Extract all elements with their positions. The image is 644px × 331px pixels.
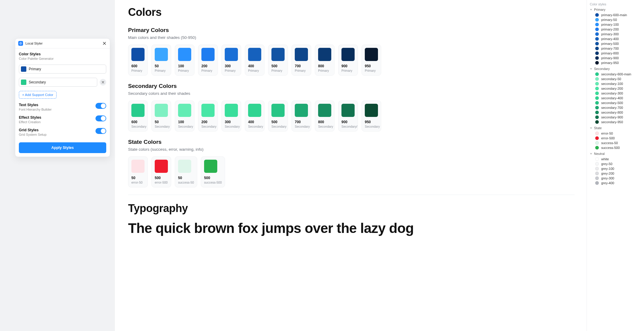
color-row-secondary <box>19 78 106 87</box>
color-swatch-card[interactable]: 900Primary <box>338 45 358 76</box>
color-swatch-icon[interactable] <box>21 80 26 85</box>
sidebar-style-item[interactable]: secondary-900 <box>590 115 641 120</box>
color-chip <box>155 104 168 117</box>
panel-title: Local Styler <box>25 42 42 45</box>
color-chip <box>318 104 331 117</box>
sidebar-style-item[interactable]: grey-100 <box>590 166 641 171</box>
toggle-switch[interactable] <box>95 103 106 109</box>
color-swatch-card[interactable]: 500error-500 <box>151 156 171 187</box>
color-swatch-card[interactable]: 600Primary <box>128 45 148 76</box>
main-canvas[interactable]: Colors Primary Colors Main colors and th… <box>115 0 587 331</box>
color-swatch-card[interactable]: 800Primary <box>315 45 335 76</box>
color-styles-sidebar[interactable]: Color styles Primaryprimary-600-mainprim… <box>587 0 644 331</box>
swatch-shade: 800 <box>318 120 331 124</box>
color-chip <box>271 48 285 61</box>
sidebar-style-item[interactable]: white <box>590 157 641 161</box>
add-support-color-button[interactable]: + Add Support Color <box>19 91 57 99</box>
swatch-family: Primary <box>295 69 308 72</box>
apply-styles-button[interactable]: Apply Styles <box>19 142 106 153</box>
sidebar-group-header[interactable]: Secondary <box>590 67 641 71</box>
color-name-input[interactable] <box>29 67 104 71</box>
color-name-input[interactable] <box>29 80 95 84</box>
color-dot-icon <box>595 42 599 45</box>
color-swatch-card[interactable]: 50success-50 <box>175 156 197 187</box>
swatch-family: Secondary/ <box>341 125 355 128</box>
color-swatch-card[interactable]: 300Primary <box>221 45 241 76</box>
color-swatch-icon[interactable] <box>21 66 26 72</box>
sidebar-style-item[interactable]: grey-200 <box>590 171 641 176</box>
color-swatch-card[interactable]: 700Secondary <box>291 100 311 132</box>
sidebar-style-item[interactable]: primary-300 <box>590 32 641 36</box>
swatch-shade: 300 <box>225 120 238 124</box>
color-swatch-card[interactable]: 950Primary <box>362 45 381 76</box>
swatch-shade: 700 <box>295 120 308 124</box>
sidebar-style-item[interactable]: secondary-400 <box>590 96 641 100</box>
sidebar-group-header[interactable]: Primary <box>590 8 641 11</box>
color-input[interactable] <box>19 78 97 87</box>
sidebar-style-item[interactable]: grey-300 <box>590 176 641 181</box>
sidebar-style-item[interactable]: secondary-300 <box>590 91 641 96</box>
swatch-family: Secondary <box>225 125 238 128</box>
sidebar-style-item[interactable]: secondary-200 <box>590 86 641 91</box>
color-swatch-card[interactable]: 500success-500 <box>201 156 225 187</box>
sidebar-style-item[interactable]: primary-950 <box>590 60 641 65</box>
swatch-family: Primary <box>341 69 355 72</box>
color-row-primary <box>19 65 106 74</box>
sidebar-style-item[interactable]: secondary-500 <box>590 100 641 105</box>
color-chip <box>225 48 238 61</box>
close-icon[interactable] <box>102 41 107 46</box>
color-swatch-card[interactable]: 500Primary <box>268 45 288 76</box>
color-swatch-card[interactable]: 700Primary <box>291 45 311 76</box>
sidebar-style-item[interactable]: primary-200 <box>590 27 641 32</box>
sidebar-style-item[interactable]: primary-400 <box>590 36 641 41</box>
sidebar-group-header[interactable]: State <box>590 126 641 130</box>
swatch-family: Primary <box>178 69 191 72</box>
sidebar-style-item[interactable]: success-500 <box>590 145 641 150</box>
color-input[interactable] <box>19 65 106 74</box>
toggle-switch[interactable] <box>95 128 106 134</box>
color-swatch-card[interactable]: 50Secondary <box>151 100 171 132</box>
sidebar-style-item[interactable]: success-50 <box>590 141 641 145</box>
color-swatch-card[interactable]: 400Secondary <box>245 100 265 132</box>
color-swatch-card[interactable]: 400Primary <box>245 45 265 76</box>
color-swatch-card[interactable]: 50error-50 <box>128 156 148 187</box>
style-label: primary-500 <box>601 42 619 45</box>
sidebar-style-item[interactable]: secondary-700 <box>590 105 641 110</box>
style-label: secondary-50 <box>601 77 621 81</box>
sidebar-style-item[interactable]: secondary-100 <box>590 81 641 86</box>
sidebar-style-item[interactable]: primary-600-main <box>590 13 641 17</box>
sidebar-style-item[interactable]: grey-50 <box>590 161 641 166</box>
sidebar-style-item[interactable]: primary-500 <box>590 41 641 46</box>
color-swatch-card[interactable]: 100Secondary <box>175 100 195 132</box>
sidebar-style-item[interactable]: primary-100 <box>590 22 641 27</box>
sidebar-style-item[interactable]: error-50 <box>590 131 641 136</box>
color-chip <box>178 160 191 173</box>
sidebar-style-item[interactable]: error-500 <box>590 136 641 141</box>
toggle-text-styles: Text Styles Font Hierarchy Builder <box>19 103 106 111</box>
sidebar-style-item[interactable]: primary-900 <box>590 56 641 60</box>
color-swatch-card[interactable]: 200Secondary <box>198 100 218 132</box>
sidebar-style-item[interactable]: primary-50 <box>590 17 641 22</box>
sidebar-style-item[interactable]: secondary-600-main <box>590 72 641 77</box>
color-swatch-card[interactable]: 800Secondary <box>315 100 335 132</box>
color-swatch-card[interactable]: 500Secondary <box>268 100 288 132</box>
remove-color-button[interactable] <box>100 79 106 86</box>
sidebar-style-item[interactable]: secondary-950 <box>590 120 641 124</box>
sidebar-style-item[interactable]: primary-800 <box>590 51 641 56</box>
sidebar-style-item[interactable]: secondary-800 <box>590 110 641 115</box>
color-swatch-card[interactable]: 900Secondary/ <box>338 100 358 132</box>
sidebar-style-item[interactable]: secondary-50 <box>590 77 641 81</box>
sidebar-style-item[interactable]: primary-700 <box>590 46 641 51</box>
color-swatch-card[interactable]: 600Secondary <box>128 100 148 132</box>
style-label: primary-300 <box>601 32 619 36</box>
color-swatch-card[interactable]: 300Secondary <box>221 100 241 132</box>
color-swatch-card[interactable]: 950Secondary <box>362 100 381 132</box>
toggle-switch[interactable] <box>95 115 106 121</box>
sidebar-style-item[interactable]: grey-400 <box>590 181 641 185</box>
color-swatch-card[interactable]: 200Primary <box>198 45 218 76</box>
color-swatch-card[interactable]: 50Primary <box>151 45 171 76</box>
swatch-shade: 900 <box>341 64 355 68</box>
color-swatch-card[interactable]: 100Primary <box>175 45 195 76</box>
sidebar-group-header[interactable]: Neutral <box>590 152 641 155</box>
local-styler-panel: Local Styler Color Styles Color Palette … <box>15 38 110 157</box>
